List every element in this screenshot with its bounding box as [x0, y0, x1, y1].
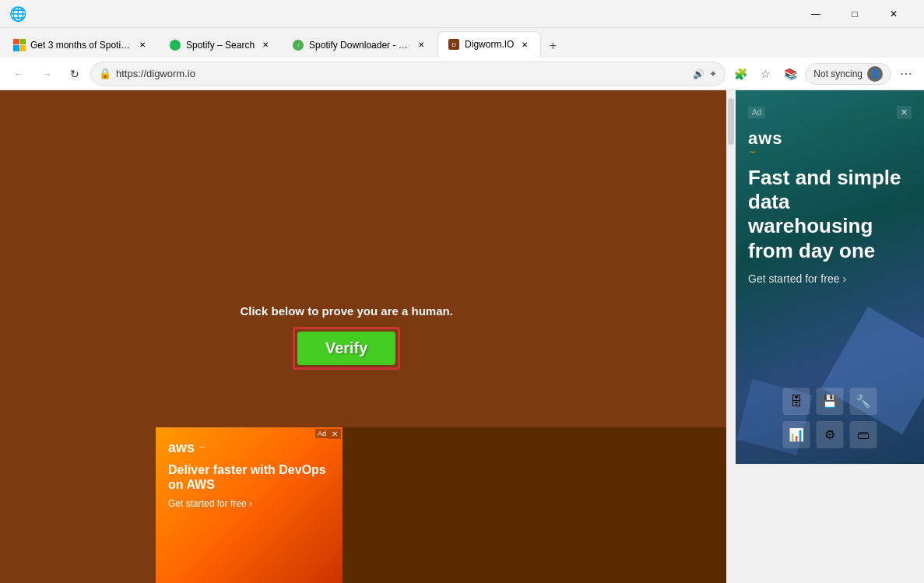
db-icon-3: 🔧 [850, 388, 877, 415]
maximize-button[interactable]: □ [837, 2, 873, 26]
window-controls: — □ ✕ [798, 2, 912, 26]
db-icons-grid: 🗄 💾 🔧 📊 ⚙ 🗃 [783, 388, 877, 448]
verify-container: Click below to prove you are a human. Ve… [240, 304, 452, 370]
close-button[interactable]: ✕ [876, 2, 912, 26]
page-scrollbar[interactable] [726, 90, 736, 583]
tab-title-3: Spotify Downloader - Downloa... [309, 40, 410, 51]
content-area: Click below to prove you are a human. Ve… [0, 90, 924, 583]
forward-button[interactable]: → [34, 61, 59, 86]
aws-right-ad-title: Fast and simple data warehousing from da… [748, 166, 912, 263]
extensions-icon-button[interactable]: 🧩 [729, 62, 752, 86]
downloader-favicon-icon: ↓ [292, 39, 304, 51]
db-icon-1: 🗄 [783, 388, 810, 415]
tab-spotify-search[interactable]: Spotify – Search ✕ [159, 31, 282, 58]
tab-close-4[interactable]: ✕ [518, 38, 531, 51]
bottom-ad-label: Ad [315, 429, 328, 438]
aws-ad-decorations: 🗄 💾 🔧 📊 ⚙ 🗃 [736, 293, 924, 464]
tab-close-3[interactable]: ✕ [415, 39, 427, 51]
scrollbar-thumb[interactable] [728, 98, 734, 145]
bottom-ad-content: Ad ✕ aws ⌣ Deliver faster with DevOps on… [156, 427, 343, 583]
aws-bottom-logo-text: aws [168, 440, 195, 456]
copilot-icon: ✦ [709, 68, 717, 79]
tab-title-4: Digworm.IO [465, 39, 514, 50]
tab-digworm[interactable]: D Digworm.IO ✕ [437, 31, 541, 58]
tab-spotify-downloader[interactable]: ↓ Spotify Downloader - Downloa... ✕ [282, 31, 437, 58]
aws-right-logo: aws ⌣ [748, 128, 912, 156]
tab-spotify-premium[interactable]: Get 3 months of Spotify Premiu... ✕ [3, 31, 159, 58]
main-page: Click below to prove you are a human. Ve… [0, 90, 736, 583]
tab-title-1: Get 3 months of Spotify Premiu... [30, 40, 132, 51]
db-icon-5: ⚙ [817, 421, 844, 448]
ad-top-bar: Ad ✕ [748, 106, 912, 119]
account-avatar: 👤 [867, 66, 883, 82]
right-sidebar-ad[interactable]: Ad ✕ aws ⌣ Fast and simple data warehous… [736, 90, 924, 583]
db-icon-2: 💾 [817, 388, 844, 415]
tab-close-1[interactable]: ✕ [136, 39, 149, 51]
sync-label: Not syncing [813, 68, 863, 79]
verify-button-wrapper: Verify [293, 327, 400, 370]
aws-bottom-logo: aws ⌣ [168, 440, 330, 456]
lock-icon: 🔒 [99, 68, 111, 79]
aws-bottom-ad-title: Deliver faster with DevOps on AWS [168, 462, 330, 492]
nav-bar: ← → ↻ 🔒 https://digworm.io 🔊 ✦ 🧩 ☆ 📚 Not… [0, 58, 924, 90]
verify-button[interactable]: Verify [297, 332, 395, 365]
minimize-button[interactable]: — [798, 2, 834, 26]
db-icon-4: 📊 [783, 421, 810, 448]
aws-bottom-smile-icon: ⌣ [199, 442, 205, 451]
tab-close-2[interactable]: ✕ [259, 39, 272, 51]
refresh-button[interactable]: ↻ [62, 61, 87, 86]
new-tab-button[interactable]: + [541, 34, 564, 58]
back-button[interactable]: ← [6, 61, 31, 86]
title-bar: 🌐 — □ ✕ [0, 0, 924, 28]
right-ad-close-button[interactable]: ✕ [897, 106, 912, 119]
address-text: https://digworm.io [116, 68, 688, 79]
aws-bottom-ad: Ad ✕ aws ⌣ Deliver faster with DevOps on… [156, 427, 343, 583]
favorites-icon-button[interactable]: ☆ [754, 62, 777, 86]
aws-right-smile-icon: ⌣ [750, 146, 912, 156]
nav-icons: 🧩 ☆ 📚 [729, 62, 802, 86]
read-aloud-icon: 🔊 [693, 68, 704, 79]
tab-title-2: Spotify – Search [186, 40, 255, 51]
bottom-ad-banner[interactable]: Ad ✕ aws ⌣ Deliver faster with DevOps on… [156, 427, 736, 583]
sync-button[interactable]: Not syncing 👤 [805, 63, 891, 85]
edge-logo-icon: 🌐 [9, 5, 26, 23]
collections-icon-button[interactable]: 📚 [778, 62, 802, 86]
db-icon-6: 🗃 [850, 421, 877, 448]
aws-bottom-ad-cta: Get started for free › [168, 498, 330, 509]
ms-logo-icon [13, 39, 26, 51]
verify-prompt-text: Click below to prove you are a human. [240, 304, 452, 318]
bottom-ad-close-button[interactable]: ✕ [328, 429, 341, 439]
digworm-favicon-icon: D [448, 38, 460, 51]
tab-bar: Get 3 months of Spotify Premiu... ✕ Spot… [0, 28, 924, 58]
right-ad-label: Ad [748, 107, 765, 118]
spotify-icon [169, 39, 181, 51]
address-bar[interactable]: 🔒 https://digworm.io 🔊 ✦ [90, 61, 725, 86]
aws-right-ad: Ad ✕ aws ⌣ Fast and simple data warehous… [736, 90, 924, 464]
aws-right-ad-cta: Get started for free › [748, 272, 912, 285]
settings-menu-button[interactable]: ⋯ [894, 62, 918, 86]
